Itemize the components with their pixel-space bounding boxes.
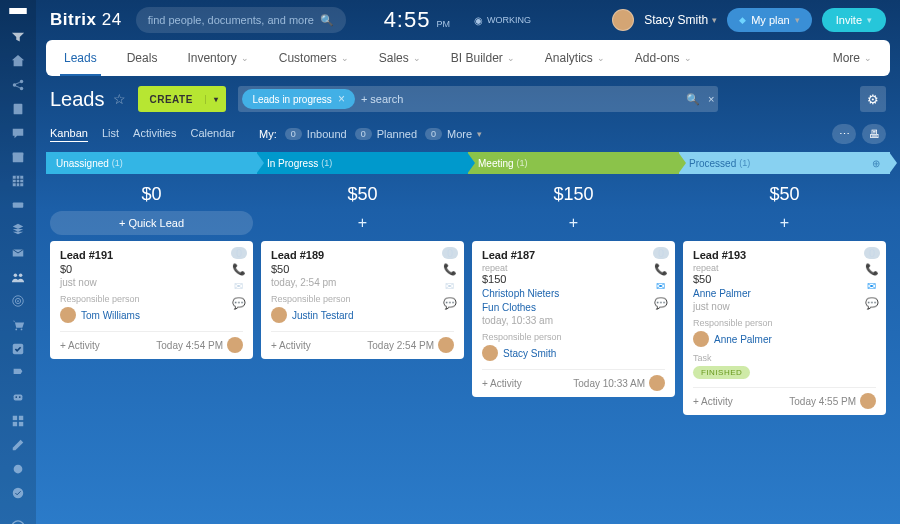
my-more[interactable]: 0More ▾ [425, 128, 482, 140]
foot-time: Today 4:55 PM [789, 396, 856, 407]
filter-chip[interactable]: Leads in progress× [242, 89, 355, 109]
print-button[interactable]: 🖶 [862, 124, 886, 144]
rail-mail-icon[interactable] [10, 246, 26, 260]
add-stage-icon[interactable]: ⊕ [872, 158, 880, 169]
add-activity[interactable]: + Activity [60, 340, 100, 351]
phone-icon[interactable]: 📞 [443, 263, 457, 276]
tab-bi-builder[interactable]: BI Builder⌄ [437, 40, 529, 76]
column-header[interactable]: Processed(1)⊕ [679, 152, 890, 174]
rail-people-icon[interactable] [10, 270, 26, 284]
resp-person[interactable]: Anne Palmer [693, 331, 876, 347]
rail-sign-icon[interactable] [10, 366, 26, 380]
rail-home-icon[interactable] [10, 54, 26, 68]
my-planned[interactable]: 0Planned [355, 128, 417, 140]
rail-chat-icon[interactable] [10, 126, 26, 140]
rail-filter-icon[interactable] [10, 30, 26, 44]
add-activity[interactable]: + Activity [482, 378, 522, 389]
user-menu[interactable]: Stacy Smith▾ [644, 13, 717, 27]
view-bar: Kanban List Activities Calendar My: 0Inb… [36, 120, 900, 152]
rail-bot-icon[interactable] [10, 390, 26, 404]
tab-sales[interactable]: Sales⌄ [365, 40, 435, 76]
quick-lead-button[interactable]: + Quick Lead [50, 211, 253, 235]
view-kanban[interactable]: Kanban [50, 127, 88, 142]
foot-avatar [438, 337, 454, 353]
rail-calendar-icon[interactable] [10, 150, 26, 164]
filter-bar[interactable]: Leads in progress× + search 🔍× [238, 86, 718, 112]
add-activity[interactable]: + Activity [271, 340, 311, 351]
add-card-button[interactable]: + [472, 211, 675, 235]
add-activity[interactable]: + Activity [693, 396, 733, 407]
my-plan-button[interactable]: My plan▾ [727, 8, 812, 32]
view-activities[interactable]: Activities [133, 127, 176, 141]
chat-icon[interactable]: 💬 [865, 297, 879, 310]
filter-clear-icon[interactable]: × [708, 93, 714, 106]
phone-icon[interactable]: 📞 [865, 263, 879, 276]
lead-card[interactable]: 0📞✉💬 Lead #189 $50 today, 2:54 pm Respon… [261, 241, 464, 359]
rail-app-icon[interactable] [10, 414, 26, 428]
rail-badge-icon[interactable] [10, 462, 26, 476]
column-header[interactable]: In Progress(1) [257, 152, 468, 174]
contact-link[interactable]: Anne Palmer [693, 288, 876, 299]
star-icon[interactable]: ☆ [113, 91, 126, 107]
contact-link[interactable]: Christoph Nieters [482, 288, 665, 299]
lead-card[interactable]: 0📞✉💬 Lead #193 repeat $50 Anne Palmer ju… [683, 241, 886, 415]
svg-point-2 [20, 87, 24, 91]
rail-target-icon[interactable] [10, 294, 26, 308]
menu-icon[interactable] [9, 8, 27, 14]
company-link[interactable]: Fun Clothes [482, 302, 665, 313]
tab-analytics[interactable]: Analytics⌄ [531, 40, 619, 76]
lead-card[interactable]: 0📞✉💬 Lead #187 repeat $150 Christoph Nie… [472, 241, 675, 397]
mail-icon[interactable]: ✉ [234, 280, 243, 293]
column-header[interactable]: Unassigned(1) [46, 152, 257, 174]
settings-button[interactable]: ⚙ [860, 86, 886, 112]
tab-inventory[interactable]: Inventory⌄ [173, 40, 262, 76]
mail-icon[interactable]: ✉ [656, 280, 665, 293]
view-list[interactable]: List [102, 127, 119, 141]
filter-search-icon[interactable]: 🔍 [686, 93, 700, 106]
add-card-button[interactable]: + [683, 211, 886, 235]
tab-more[interactable]: More⌄ [819, 40, 886, 76]
card-title: Lead #187 [482, 249, 665, 261]
tab-deals[interactable]: Deals [113, 40, 172, 76]
create-button[interactable]: CREATE ▾ [138, 86, 227, 112]
lead-card[interactable]: 0📞✉💬 Lead #191 $0 just now Responsible p… [50, 241, 253, 359]
mail-icon[interactable]: ✉ [867, 280, 876, 293]
rail-layers-icon[interactable] [10, 222, 26, 236]
working-status[interactable]: WORKING [474, 15, 531, 26]
resp-person[interactable]: Justin Testard [271, 307, 454, 323]
my-inbound[interactable]: 0Inbound [285, 128, 347, 140]
create-dropdown[interactable]: ▾ [205, 95, 227, 104]
user-avatar[interactable] [612, 9, 634, 31]
rail-doc-icon[interactable] [10, 102, 26, 116]
rail-network-icon[interactable] [10, 78, 26, 92]
card-title: Lead #189 [271, 249, 454, 261]
view-more-button[interactable] [832, 124, 856, 144]
global-search[interactable]: find people, documents, and more 🔍 [136, 7, 346, 33]
rail-help-icon[interactable]: ? [10, 520, 26, 524]
resp-person[interactable]: Stacy Smith [482, 345, 665, 361]
filter-search-text[interactable]: + search [361, 93, 404, 105]
mail-icon[interactable]: ✉ [445, 280, 454, 293]
rail-cart-icon[interactable] [10, 318, 26, 332]
chip-close-icon[interactable]: × [338, 92, 345, 106]
svg-point-24 [14, 465, 23, 474]
rail-sheet-icon[interactable] [10, 174, 26, 188]
phone-icon[interactable]: 📞 [654, 263, 668, 276]
phone-icon[interactable]: 📞 [232, 263, 246, 276]
rail-check-icon[interactable] [10, 342, 26, 356]
rail-pencil-icon[interactable] [10, 438, 26, 452]
tab-leads[interactable]: Leads [50, 40, 111, 76]
rail-disk-icon[interactable] [10, 198, 26, 212]
rail-circle-check-icon[interactable] [10, 486, 26, 500]
add-card-button[interactable]: + [261, 211, 464, 235]
resp-person[interactable]: Tom Williams [60, 307, 243, 323]
svg-point-18 [15, 396, 17, 398]
tab-addons[interactable]: Add-ons⌄ [621, 40, 706, 76]
chat-icon[interactable]: 💬 [443, 297, 457, 310]
view-calendar[interactable]: Calendar [190, 127, 235, 141]
chat-icon[interactable]: 💬 [232, 297, 246, 310]
tab-customers[interactable]: Customers⌄ [265, 40, 363, 76]
invite-button[interactable]: Invite▾ [822, 8, 886, 32]
chat-icon[interactable]: 💬 [654, 297, 668, 310]
column-header[interactable]: Meeting(1) [468, 152, 679, 174]
